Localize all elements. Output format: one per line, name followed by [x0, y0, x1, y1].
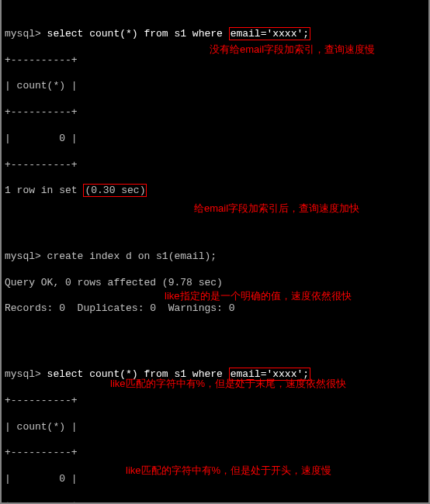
- terminal-output: mysql> select count(*) from s1 where ema…: [2, 0, 428, 504]
- timing-pre: 1 row in set: [5, 185, 83, 196]
- timing-hl: (0.30 sec): [83, 184, 147, 197]
- annotation: 给email字段加索引后，查询速度加快: [194, 202, 359, 216]
- annotation: 没有给email字段加索引，查询速度慢: [210, 43, 375, 57]
- annotation: like匹配的字符中有%，但是处于末尾，速度依然很快: [110, 377, 346, 391]
- result-value: 0: [59, 133, 65, 144]
- output-line: Records: 0 Duplicates: 0 Warnings: 0: [5, 302, 425, 316]
- prompt: mysql>: [5, 250, 47, 262]
- col-header: count(*): [17, 421, 65, 433]
- col-header: count(*): [17, 80, 65, 91]
- annotation: like指定的是一个明确的值，速度依然很快: [165, 289, 352, 303]
- annotation: like匹配的字符中有%，但是处于开头，速度慢: [126, 464, 331, 478]
- prompt: mysql>: [5, 368, 47, 380]
- highlight-clause: email='xxxx';: [229, 27, 310, 40]
- output-line: Query OK, 0 rows affected (9.78 sec): [5, 277, 425, 290]
- sql-text: create index d on s1(email);: [47, 250, 217, 262]
- result-value: 0: [59, 473, 65, 485]
- prompt: mysql>: [5, 28, 47, 40]
- sql-text: select count(*) from s1 where: [47, 28, 229, 40]
